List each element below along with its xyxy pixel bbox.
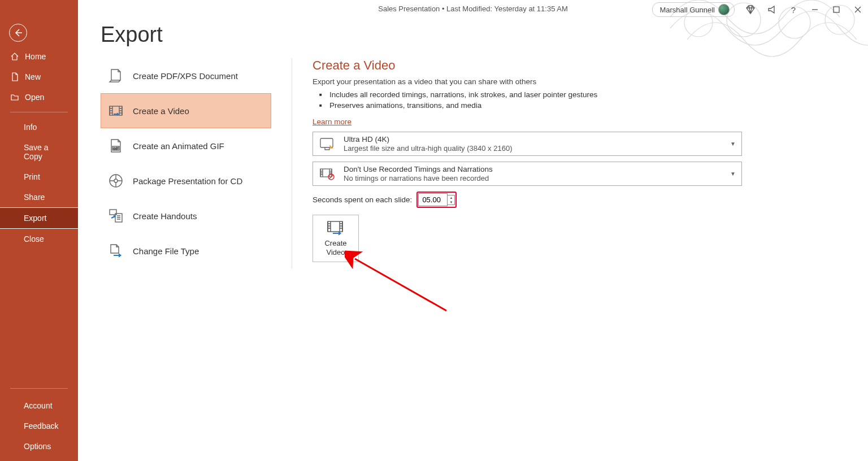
folder-icon xyxy=(10,93,19,102)
nav-account[interactable]: Account xyxy=(0,395,78,416)
nav-label: Print xyxy=(24,172,40,181)
nav-save-copy[interactable]: Save a Copy xyxy=(0,137,78,167)
svg-rect-5 xyxy=(834,7,839,12)
export-video[interactable]: Create a Video xyxy=(101,93,271,128)
pdf-icon xyxy=(108,68,124,84)
nav-share[interactable]: Share xyxy=(0,187,78,207)
bullet-item: Preserves animations, transitions, and m… xyxy=(319,100,845,111)
svg-rect-19 xyxy=(328,221,342,232)
detail-heading: Create a Video xyxy=(313,58,845,73)
nav-label: Feedback xyxy=(24,421,58,430)
help-icon[interactable]: ? xyxy=(788,4,799,15)
chevron-down-icon: ▼ xyxy=(730,171,736,177)
cd-icon xyxy=(108,173,124,189)
quality-title: Ultra HD (4K) xyxy=(344,135,512,143)
create-video-button[interactable]: Create Video xyxy=(313,215,359,262)
create-video-label: Create Video xyxy=(324,239,346,256)
detail-panel: Create a Video Export your presentation … xyxy=(292,58,845,268)
timings-title: Don't Use Recorded Timings and Narration… xyxy=(344,165,493,173)
user-account[interactable]: Marshall Gunnell xyxy=(652,2,735,17)
titlebar: Sales Presentation • Last Modified: Yest… xyxy=(78,0,868,17)
nav-feedback[interactable]: Feedback xyxy=(0,416,78,436)
timings-dropdown[interactable]: Don't Use Recorded Timings and Narration… xyxy=(313,162,742,186)
nav-label: New xyxy=(25,72,41,81)
export-pdf[interactable]: Create PDF/XPS Document xyxy=(101,58,271,93)
nav-label: Share xyxy=(24,193,45,202)
nav-options[interactable]: Options xyxy=(0,436,78,456)
minimize-button[interactable] xyxy=(809,4,821,15)
document-title: Sales Presentation • Last Modified: Yest… xyxy=(378,5,568,13)
seconds-input[interactable] xyxy=(418,193,448,206)
export-label: Package Presentation for CD xyxy=(133,176,242,186)
bullet-item: Includes all recorded timings, narration… xyxy=(319,89,845,100)
close-button[interactable] xyxy=(852,4,863,15)
svg-text:GIF: GIF xyxy=(113,147,119,150)
monitor-icon xyxy=(319,137,336,151)
export-label: Create PDF/XPS Document xyxy=(133,71,238,81)
export-label: Create an Animated GIF xyxy=(133,141,224,151)
divider xyxy=(10,112,68,112)
export-label: Change File Type xyxy=(133,246,199,256)
export-gif[interactable]: GIF Create an Animated GIF xyxy=(101,128,271,163)
seconds-label: Seconds spent on each slide: xyxy=(313,195,412,204)
nav-label: Home xyxy=(25,52,46,61)
svg-rect-15 xyxy=(320,138,333,147)
timings-desc: No timings or narrations have been recor… xyxy=(344,174,493,182)
spin-up-button[interactable]: ▲ xyxy=(448,195,454,200)
video-export-icon xyxy=(326,220,345,236)
learn-more-link[interactable]: Learn more xyxy=(313,118,351,126)
export-filetype[interactable]: Change File Type xyxy=(101,233,271,268)
avatar xyxy=(718,4,730,15)
export-label: Create Handouts xyxy=(133,211,197,221)
nav-label: Info xyxy=(24,123,37,132)
maximize-button[interactable] xyxy=(831,4,842,15)
film-no-icon xyxy=(319,167,336,181)
nav-label: Save a Copy xyxy=(24,143,68,161)
video-icon xyxy=(108,103,124,119)
nav-label: Export xyxy=(24,214,46,223)
backstage-sidebar: Home New Open Info Save a Copy Print Sha… xyxy=(0,0,78,461)
spin-down-button[interactable]: ▼ xyxy=(448,200,454,205)
home-icon xyxy=(10,52,19,61)
handouts-icon xyxy=(108,208,124,224)
export-label: Create a Video xyxy=(133,106,189,116)
nav-label: Options xyxy=(24,442,51,451)
seconds-spinner-highlight: ▲ ▼ xyxy=(416,192,457,208)
quality-dropdown[interactable]: Ultra HD (4K) Largest file size and ultr… xyxy=(313,132,742,156)
export-handouts[interactable]: Create Handouts xyxy=(101,198,271,233)
detail-subtext: Export your presentation as a video that… xyxy=(313,77,845,86)
chevron-down-icon: ▼ xyxy=(730,141,736,147)
user-name: Marshall Gunnell xyxy=(659,6,715,14)
export-cd[interactable]: Package Presentation for CD xyxy=(101,163,271,198)
content-area: Export Create PDF/XPS Document Create a … xyxy=(78,17,868,461)
nav-info[interactable]: Info xyxy=(0,117,78,137)
back-button[interactable] xyxy=(9,24,27,42)
document-icon xyxy=(10,72,19,81)
nav-label: Close xyxy=(24,234,44,243)
nav-open[interactable]: Open xyxy=(0,87,78,107)
svg-point-12 xyxy=(114,179,118,182)
export-options-list: Create PDF/XPS Document Create a Video G… xyxy=(101,58,271,268)
nav-label: Open xyxy=(25,93,44,102)
quality-desc: Largest file size and ultra-high quality… xyxy=(344,144,512,153)
nav-home[interactable]: Home xyxy=(0,46,78,67)
page-title: Export xyxy=(101,23,845,47)
nav-export[interactable]: Export xyxy=(0,207,79,229)
megaphone-icon[interactable] xyxy=(766,4,778,15)
divider xyxy=(10,388,68,389)
nav-label: Account xyxy=(24,401,53,410)
nav-new[interactable]: New xyxy=(0,67,78,87)
nav-print[interactable]: Print xyxy=(0,167,78,187)
filetype-icon xyxy=(108,243,124,259)
nav-close[interactable]: Close xyxy=(0,229,78,249)
gif-icon: GIF xyxy=(108,138,124,154)
diamond-icon[interactable] xyxy=(745,4,756,15)
